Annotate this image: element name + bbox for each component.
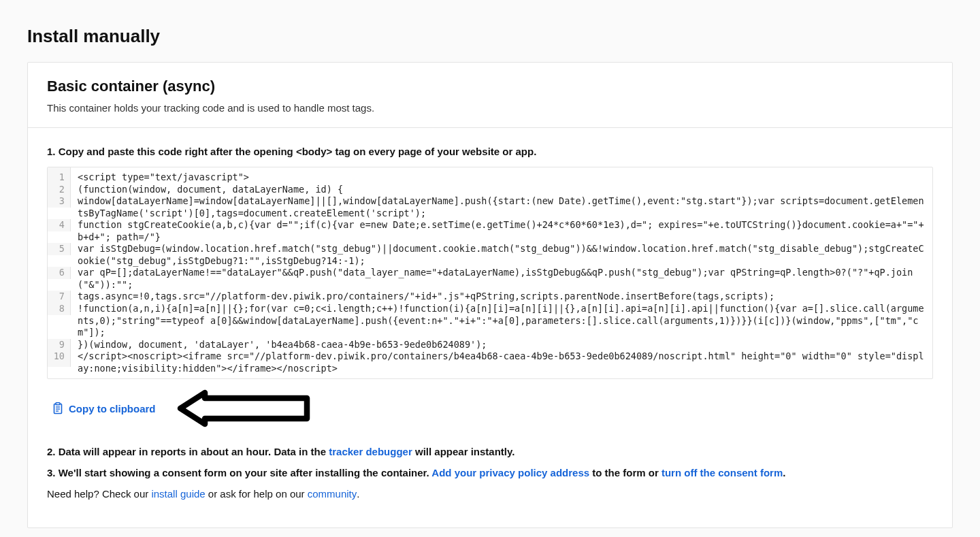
step-3-mid: to the form or <box>589 467 662 478</box>
step-1-text: Copy and paste this code right after the… <box>59 146 537 157</box>
step-1: 1. Copy and paste this code right after … <box>47 146 933 157</box>
line-number: 7 <box>48 291 71 303</box>
code-row: 7tags.async=!0,tags.src="//platform-dev.… <box>48 291 932 303</box>
line-number: 3 <box>48 195 71 208</box>
help-mid: or ask for help on our <box>206 488 308 500</box>
code-row: 6var qP=[];dataLayerName!=="dataLayer"&&… <box>48 267 932 291</box>
line-number: 9 <box>48 339 71 351</box>
tracker-debugger-link[interactable]: tracker debugger <box>329 446 412 457</box>
code-line: <script type="text/javascript"> <box>71 167 932 184</box>
step-3: 3. We'll start showing a consent form on… <box>47 467 933 478</box>
code-line: window[dataLayerName]=window[dataLayerNa… <box>71 195 932 219</box>
code-row: 3window[dataLayerName]=window[dataLayerN… <box>48 195 932 219</box>
code-row: 1<script type="text/javascript"> <box>48 167 932 184</box>
line-number: 4 <box>48 219 71 231</box>
line-number: 10 <box>48 351 71 367</box>
copy-row: Copy to clipboard <box>47 389 933 428</box>
turn-off-consent-link[interactable]: turn off the consent form <box>662 467 783 478</box>
arrow-left-annotation-icon <box>176 389 312 428</box>
help-suffix: . <box>357 488 359 500</box>
code-row: 4function stgCreateCookie(a,b,c){var d="… <box>48 219 932 243</box>
code-line: </script><noscript><iframe src="//platfo… <box>71 351 932 378</box>
step-3-prefix: We'll start showing a consent form on yo… <box>59 467 432 478</box>
community-link[interactable]: community <box>308 488 357 500</box>
code-line: var isStgDebug=(window.location.href.mat… <box>71 243 932 267</box>
code-row: 8!function(a,n,i){a[n]=a[n]||{};for(var … <box>48 303 932 339</box>
card-header: Basic container (async) This container h… <box>28 63 952 128</box>
copy-to-clipboard-button[interactable]: Copy to clipboard <box>47 400 161 417</box>
step-2-prefix: Data will appear in reports in about an … <box>59 446 329 457</box>
step-2-suffix: will appear instantly. <box>412 446 515 457</box>
svg-rect-1 <box>56 403 60 405</box>
code-row: 9})(window, document, 'dataLayer', 'b4ea… <box>48 339 932 351</box>
code-line: tags.async=!0,tags.src="//platform-dev.p… <box>71 291 932 303</box>
line-number: 1 <box>48 167 71 184</box>
code-row: 10</script><noscript><iframe src="//plat… <box>48 351 932 378</box>
code-row: 2(function(window, document, dataLayerNa… <box>48 184 932 196</box>
line-number: 2 <box>48 184 71 196</box>
code-row: 5var isStgDebug=(window.location.href.ma… <box>48 243 932 267</box>
install-guide-link[interactable]: install guide <box>151 488 205 500</box>
code-line: !function(a,n,i){a[n]=a[n]||{};for(var c… <box>71 303 932 339</box>
step-3-suffix: . <box>783 467 785 478</box>
step-3-number: 3. <box>47 467 56 478</box>
step-2: 2. Data will appear in reports in about … <box>47 446 933 457</box>
clipboard-icon <box>52 402 63 414</box>
code-block[interactable]: 1<script type="text/javascript">2(functi… <box>47 167 933 379</box>
code-line: var qP=[];dataLayerName!=="dataLayer"&&q… <box>71 267 932 291</box>
step-1-number: 1. <box>47 146 56 157</box>
code-line: (function(window, document, dataLayerNam… <box>71 184 932 196</box>
code-line: })(window, document, 'dataLayer', 'b4ea4… <box>71 339 932 351</box>
page-title: Install manually <box>27 26 953 47</box>
step-2-number: 2. <box>47 446 56 457</box>
basic-container-card: Basic container (async) This container h… <box>27 62 953 528</box>
copy-label: Copy to clipboard <box>69 403 156 414</box>
line-number: 6 <box>48 267 71 279</box>
card-title: Basic container (async) <box>47 78 933 95</box>
line-number: 8 <box>48 303 71 315</box>
card-subtitle: This container holds your tracking code … <box>47 102 933 114</box>
privacy-policy-link[interactable]: Add your privacy policy address <box>431 467 589 478</box>
card-body: 1. Copy and paste this code right after … <box>28 128 952 527</box>
help-prefix: Need help? Check our <box>47 488 151 500</box>
line-number: 5 <box>48 243 71 255</box>
help-text: Need help? Check our install guide or as… <box>47 488 933 500</box>
code-line: function stgCreateCookie(a,b,c){var d=""… <box>71 219 932 243</box>
